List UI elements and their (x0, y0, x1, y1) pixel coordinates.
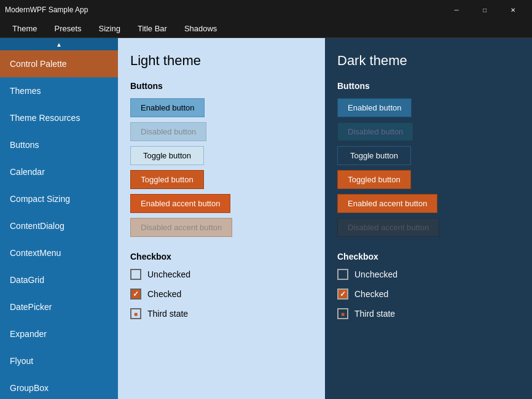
menu-bar: Theme Presets Sizing Title Bar Shadows (0, 20, 532, 38)
dark-accent-disabled-button: Disabled accent button (337, 218, 439, 237)
dark-third-state-row: Third state (337, 308, 520, 319)
app-title: ModernWPF Sample App (5, 6, 88, 14)
light-theme-panel: Light theme Buttons Enabled button Disab… (118, 38, 325, 399)
light-toggle-button[interactable]: Toggle button (130, 146, 204, 165)
maximize-button[interactable]: □ (471, 0, 499, 20)
dark-enabled-button-row: Enabled button (337, 98, 520, 117)
dark-checked-row: Checked (337, 289, 520, 300)
sidebar-item-compact-sizing[interactable]: Compact Sizing (0, 185, 118, 212)
dark-theme-panel: Dark theme Buttons Enabled button Disabl… (325, 38, 532, 399)
light-unchecked-box[interactable] (130, 269, 141, 280)
light-accent-disabled-button-row: Disabled accent button (130, 218, 313, 237)
sidebar-item-calendar[interactable]: Calendar (0, 158, 118, 185)
light-buttons-label: Buttons (130, 81, 313, 91)
app-body: ▲ Control Palette Themes Theme Resources… (0, 38, 532, 399)
dark-theme-title: Dark theme (337, 53, 520, 69)
menu-theme[interactable]: Theme (5, 21, 44, 36)
menu-sizing[interactable]: Sizing (92, 21, 128, 36)
light-disabled-button: Disabled button (130, 122, 206, 141)
dark-checkbox-label: Checkbox (337, 252, 520, 261)
sidebar-item-themes[interactable]: Themes (0, 77, 118, 104)
light-accent-enabled-button[interactable]: Enabled accent button (130, 194, 230, 213)
dark-third-state-label: Third state (354, 309, 395, 319)
sidebar-item-expander[interactable]: Expander (0, 320, 118, 347)
dark-toggled-button-row: Toggled button (337, 170, 520, 189)
close-button[interactable]: ✕ (499, 0, 527, 20)
dark-accent-enabled-button[interactable]: Enabled accent button (337, 194, 437, 213)
sidebar-item-date-picker[interactable]: DatePicker (0, 293, 118, 320)
dark-enabled-button[interactable]: Enabled button (337, 98, 412, 117)
light-third-state-box[interactable] (130, 308, 141, 319)
dark-buttons-section: Buttons Enabled button Disabled button T… (337, 81, 520, 237)
dark-checked-box[interactable] (337, 289, 348, 300)
sidebar-item-flyout[interactable]: Flyout (0, 347, 118, 374)
menu-shadows[interactable]: Shadows (177, 21, 224, 36)
light-enabled-button-row: Enabled button (130, 98, 313, 117)
light-theme-title: Light theme (130, 53, 313, 69)
light-unchecked-label: Unchecked (147, 269, 190, 279)
dark-checked-label: Checked (354, 289, 388, 299)
title-bar-left: ModernWPF Sample App (5, 6, 88, 14)
dark-disabled-button: Disabled button (337, 122, 413, 141)
minimize-button[interactable]: ─ (442, 0, 471, 20)
light-third-state-row: Third state (130, 308, 313, 319)
light-checked-row: Checked (130, 289, 313, 300)
sidebar-scroll-up[interactable]: ▲ (0, 38, 118, 50)
dark-unchecked-box[interactable] (337, 269, 348, 280)
dark-toggled-button[interactable]: Toggled button (337, 170, 411, 189)
dark-accent-disabled-button-row: Disabled accent button (337, 218, 520, 237)
sidebar-item-control-palette[interactable]: Control Palette (0, 50, 118, 77)
sidebar-item-data-grid[interactable]: DataGrid (0, 266, 118, 293)
light-third-state-label: Third state (147, 309, 188, 319)
sidebar-item-context-menu[interactable]: ContextMenu (0, 239, 118, 266)
light-unchecked-row: Unchecked (130, 269, 313, 280)
light-disabled-button-row: Disabled button (130, 122, 313, 141)
sidebar-item-theme-resources[interactable]: Theme Resources (0, 104, 118, 131)
light-checkbox-label: Checkbox (130, 252, 313, 261)
dark-accent-enabled-button-row: Enabled accent button (337, 194, 520, 213)
menu-titlebar[interactable]: Title Bar (130, 21, 174, 36)
light-toggled-button-row: Toggled button (130, 170, 313, 189)
dark-toggle-button[interactable]: Toggle button (337, 146, 411, 165)
title-bar: ModernWPF Sample App ─ □ ✕ (0, 0, 532, 20)
title-bar-controls: ─ □ ✕ (442, 0, 527, 20)
dark-toggle-button-row: Toggle button (337, 146, 520, 165)
dark-unchecked-label: Unchecked (354, 269, 397, 279)
light-accent-enabled-button-row: Enabled accent button (130, 194, 313, 213)
dark-unchecked-row: Unchecked (337, 269, 520, 280)
menu-presets[interactable]: Presets (47, 21, 88, 36)
light-enabled-button[interactable]: Enabled button (130, 98, 205, 117)
light-checked-label: Checked (147, 289, 181, 299)
light-accent-disabled-button: Disabled accent button (130, 218, 232, 237)
content-area: Light theme Buttons Enabled button Disab… (118, 38, 532, 399)
sidebar-item-content-dialog[interactable]: ContentDialog (0, 212, 118, 239)
dark-third-state-box[interactable] (337, 308, 348, 319)
dark-disabled-button-row: Disabled button (337, 122, 520, 141)
sidebar: ▲ Control Palette Themes Theme Resources… (0, 38, 118, 399)
dark-buttons-label: Buttons (337, 81, 520, 91)
sidebar-item-group-box[interactable]: GroupBox (0, 374, 118, 399)
light-checkbox-section: Checkbox Unchecked Checked Third state (130, 252, 313, 319)
dark-checkbox-section: Checkbox Unchecked Checked Third state (337, 252, 520, 319)
light-toggled-button[interactable]: Toggled button (130, 170, 204, 189)
light-checked-box[interactable] (130, 289, 141, 300)
light-toggle-button-row: Toggle button (130, 146, 313, 165)
sidebar-item-buttons[interactable]: Buttons (0, 131, 118, 158)
light-buttons-section: Buttons Enabled button Disabled button T… (130, 81, 313, 237)
